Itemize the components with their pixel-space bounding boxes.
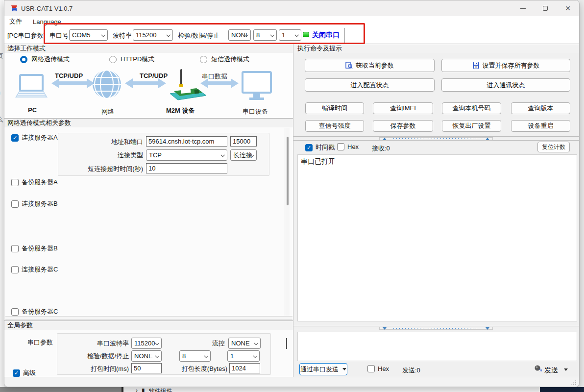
checkbox-recv-hex[interactable]: Hex xyxy=(337,143,359,150)
checkbox-timestamp[interactable]: 时间戳 xyxy=(305,143,335,152)
mini-scrollbar-thumb[interactable] xyxy=(286,338,287,349)
maximize-button[interactable] xyxy=(534,0,557,16)
global-databits-select[interactable]: 8 xyxy=(179,350,211,362)
send-counter: 发送:0 xyxy=(402,366,420,375)
menu-file[interactable]: 文件 xyxy=(9,17,22,26)
serial-toolbar: [PC串口参数] 串口号 COM5 波特率 115200 检验/数据/停止 NO… xyxy=(4,27,579,44)
keepalive-select[interactable]: 长连接 xyxy=(230,149,257,161)
port-select[interactable]: COM5 xyxy=(69,29,108,41)
settings-panel: 选择工作模式 网络透传模式 HTTPD模式 短信透传模式 xyxy=(4,44,293,378)
conn-type-select[interactable]: TCP xyxy=(146,149,227,161)
maximize-icon xyxy=(543,6,548,11)
port-label: 串口号 xyxy=(49,31,69,40)
server-address-input[interactable]: 59614.cnsh.iot-tcp.com xyxy=(146,136,227,147)
minimize-button[interactable] xyxy=(511,0,534,16)
params-horizontal-scrollbar[interactable] xyxy=(5,316,292,320)
m2m-device-icon xyxy=(170,69,206,100)
send-button[interactable]: 发送 xyxy=(544,366,558,375)
collapse-down-icon xyxy=(486,327,489,330)
pc-serial-group-label: [PC串口参数] xyxy=(7,31,45,40)
checkbox-checked-icon xyxy=(13,369,20,377)
radio-httpd-mode[interactable]: HTTPD模式 xyxy=(109,55,154,64)
close-button[interactable]: ✕ xyxy=(557,0,579,16)
splitter-handle[interactable] xyxy=(379,137,493,140)
global-params-section-header: 全局参数 xyxy=(4,320,293,330)
send-input-area[interactable] xyxy=(297,332,577,361)
get-params-button[interactable]: 获取当前参数 xyxy=(305,59,435,72)
checkbox-backup-server-b[interactable]: 备份服务器B xyxy=(11,244,58,253)
save-params-button[interactable]: 保存参数 xyxy=(373,120,433,132)
chevron-down-icon xyxy=(253,354,257,358)
set-save-all-params-button[interactable]: 设置并保存所有参数 xyxy=(441,59,570,72)
checkbox-backup-server-c[interactable]: 备份服务器C xyxy=(11,307,58,316)
collapse-down-icon xyxy=(383,327,387,330)
parity-select[interactable]: NONI xyxy=(228,29,251,41)
server-port-input[interactable]: 15000 xyxy=(230,136,257,147)
chevron-down-icon xyxy=(166,33,170,37)
chevron-down-icon xyxy=(254,341,258,345)
chevron-down-icon xyxy=(155,354,159,358)
splitter-horizontal[interactable] xyxy=(293,136,580,141)
pc-laptop-icon xyxy=(15,75,48,98)
menu-language[interactable]: Language xyxy=(33,18,61,25)
reset-counter-button[interactable]: 复位计数 xyxy=(537,142,570,152)
compile-time-button[interactable]: 编译时间 xyxy=(305,102,364,114)
query-imei-button[interactable]: 查询IMEI xyxy=(373,102,433,114)
diagram-link-label: TCP/UDP xyxy=(55,72,83,79)
toolbar-separator xyxy=(344,28,345,43)
pack-time-input[interactable]: 50 xyxy=(131,363,162,373)
checkbox-connect-server-b[interactable]: 连接服务器B xyxy=(11,199,58,208)
radio-icon xyxy=(200,56,207,63)
global-pds-label: 检验/数据/停止 xyxy=(78,352,129,361)
collapse-up-icon xyxy=(486,138,489,140)
title-bar[interactable]: USR-CAT1 V1.0.7 ✕ xyxy=(4,0,579,16)
app-logo-icon xyxy=(10,4,18,12)
search-doc-icon xyxy=(345,62,353,69)
splitter-handle[interactable] xyxy=(379,327,493,330)
send-dropdown-arrow-icon[interactable] xyxy=(564,368,568,371)
factory-reset-button[interactable]: 恢复出厂设置 xyxy=(442,120,501,132)
checkbox-backup-server-a[interactable]: 备份服务器A xyxy=(11,178,58,187)
checkbox-icon xyxy=(11,266,19,273)
pack-length-input[interactable]: 1024 xyxy=(229,363,260,373)
baud-select[interactable]: 115200 xyxy=(133,29,173,41)
databits-select[interactable]: 8 xyxy=(253,29,277,41)
checkbox-send-hex[interactable]: Hex xyxy=(367,365,389,372)
global-stopbits-select[interactable]: 1 xyxy=(227,350,260,362)
global-baud-select[interactable]: 115200 xyxy=(131,338,162,349)
params-vertical-scrollbar[interactable] xyxy=(285,128,290,316)
splitter-horizontal[interactable] xyxy=(293,326,580,330)
stopbits-select[interactable]: 1 xyxy=(279,29,301,41)
flow-control-label: 流控 xyxy=(198,339,225,348)
diagram-node-label: PC xyxy=(28,106,37,114)
global-parity-select[interactable]: NONE xyxy=(131,350,162,362)
status-bar xyxy=(4,377,579,387)
receive-log-text: 串口已打开 xyxy=(301,157,335,165)
resize-grip[interactable] xyxy=(571,380,576,385)
receive-log-area[interactable]: 串口已打开 xyxy=(297,154,577,321)
chevron-down-icon xyxy=(270,33,274,37)
checkbox-icon xyxy=(367,365,375,372)
device-restart-button[interactable]: 设备重启 xyxy=(511,120,570,132)
component-icon: ▮ xyxy=(142,387,145,392)
checkbox-connect-server-c[interactable]: 连接服务器C xyxy=(11,265,58,274)
radio-net-transparent-mode[interactable]: 网络透传模式 xyxy=(20,55,70,64)
radio-sms-mode[interactable]: 短信透传模式 xyxy=(200,55,249,64)
query-signal-button[interactable]: 查信号强度 xyxy=(305,120,364,132)
send-via-serial-button[interactable]: 通过串口发送 xyxy=(299,363,347,375)
query-phone-number-button[interactable]: 查询本机号码 xyxy=(442,102,501,114)
diagram-link-label: TCP/UDP xyxy=(140,72,168,79)
chevron-down-icon xyxy=(294,33,298,37)
flow-control-select[interactable]: NONE xyxy=(228,338,261,349)
minimize-icon xyxy=(520,8,526,9)
checkbox-connect-server-a[interactable]: 连接服务器A xyxy=(11,133,58,142)
scrollbar-thumb[interactable] xyxy=(287,137,289,205)
query-version-button[interactable]: 查询版本 xyxy=(511,102,570,114)
port-open-led-icon xyxy=(303,32,309,37)
chevron-right-icon: › xyxy=(136,387,138,392)
enter-config-state-button[interactable]: 进入配置状态 xyxy=(305,78,435,92)
checkbox-advanced[interactable]: 高级 xyxy=(13,368,36,377)
enter-comm-state-button[interactable]: 进入通讯状态 xyxy=(441,78,570,92)
timeout-input[interactable]: 10 xyxy=(146,163,227,173)
close-port-button[interactable]: 关闭串口 xyxy=(312,31,340,40)
